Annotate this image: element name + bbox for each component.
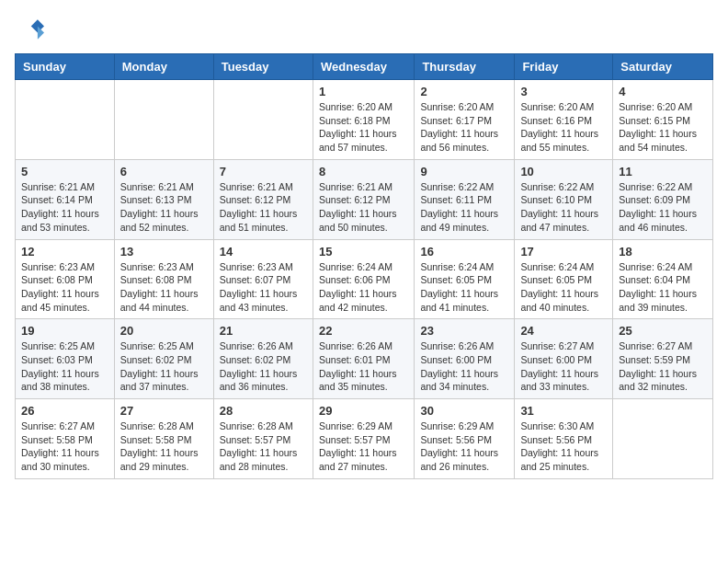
day-info: Sunrise: 6:21 AM Sunset: 6:12 PM Dayligh… <box>319 180 408 235</box>
day-number: 24 <box>520 324 607 338</box>
day-info: Sunrise: 6:22 AM Sunset: 6:09 PM Dayligh… <box>619 180 707 235</box>
day-info: Sunrise: 6:26 AM Sunset: 6:01 PM Dayligh… <box>319 339 408 394</box>
day-info: Sunrise: 6:28 AM Sunset: 5:58 PM Dayligh… <box>120 419 208 474</box>
calendar-cell: 24Sunrise: 6:27 AM Sunset: 6:00 PM Dayli… <box>515 319 613 399</box>
day-number: 28 <box>220 404 307 418</box>
calendar-week-row: 26Sunrise: 6:27 AM Sunset: 5:58 PM Dayli… <box>16 399 713 479</box>
weekday-header-row: SundayMondayTuesdayWednesdayThursdayFrid… <box>16 54 713 80</box>
calendar-cell: 23Sunrise: 6:26 AM Sunset: 6:00 PM Dayli… <box>415 319 515 399</box>
calendar-week-row: 5Sunrise: 6:21 AM Sunset: 6:14 PM Daylig… <box>16 159 713 239</box>
day-number: 30 <box>420 404 508 418</box>
day-info: Sunrise: 6:24 AM Sunset: 6:05 PM Dayligh… <box>420 260 508 315</box>
day-info: Sunrise: 6:23 AM Sunset: 6:08 PM Dayligh… <box>120 260 208 315</box>
calendar-cell: 14Sunrise: 6:23 AM Sunset: 6:07 PM Dayli… <box>213 239 313 319</box>
calendar-cell: 29Sunrise: 6:29 AM Sunset: 5:57 PM Dayli… <box>313 399 414 479</box>
day-info: Sunrise: 6:21 AM Sunset: 6:13 PM Dayligh… <box>120 180 208 235</box>
day-info: Sunrise: 6:27 AM Sunset: 5:58 PM Dayligh… <box>21 419 108 474</box>
calendar-cell: 7Sunrise: 6:21 AM Sunset: 6:12 PM Daylig… <box>213 159 313 239</box>
day-info: Sunrise: 6:29 AM Sunset: 5:57 PM Dayligh… <box>319 419 408 474</box>
day-number: 10 <box>520 165 607 178</box>
weekday-header-wednesday: Wednesday <box>313 54 414 80</box>
day-number: 11 <box>619 165 707 178</box>
day-number: 29 <box>319 404 408 418</box>
day-number: 22 <box>319 324 408 338</box>
day-number: 19 <box>21 324 108 338</box>
calendar-cell: 28Sunrise: 6:28 AM Sunset: 5:57 PM Dayli… <box>213 399 313 479</box>
calendar-cell: 18Sunrise: 6:24 AM Sunset: 6:04 PM Dayli… <box>613 239 713 319</box>
calendar-cell: 19Sunrise: 6:25 AM Sunset: 6:03 PM Dayli… <box>16 319 115 399</box>
day-info: Sunrise: 6:22 AM Sunset: 6:10 PM Dayligh… <box>520 180 607 235</box>
day-number: 3 <box>520 85 607 98</box>
calendar-cell: 22Sunrise: 6:26 AM Sunset: 6:01 PM Dayli… <box>313 319 414 399</box>
calendar-week-row: 1Sunrise: 6:20 AM Sunset: 6:18 PM Daylig… <box>16 80 713 160</box>
logo-icon <box>15 15 44 44</box>
day-info: Sunrise: 6:25 AM Sunset: 6:03 PM Dayligh… <box>21 339 108 394</box>
day-number: 4 <box>619 85 707 98</box>
day-info: Sunrise: 6:29 AM Sunset: 5:56 PM Dayligh… <box>420 419 508 474</box>
day-number: 9 <box>420 165 508 178</box>
calendar-cell <box>114 80 213 160</box>
calendar-cell: 17Sunrise: 6:24 AM Sunset: 6:05 PM Dayli… <box>515 239 613 319</box>
day-info: Sunrise: 6:24 AM Sunset: 6:04 PM Dayligh… <box>619 260 707 315</box>
day-number: 31 <box>520 404 607 418</box>
day-number: 8 <box>319 165 408 178</box>
day-number: 27 <box>120 404 208 418</box>
day-number: 25 <box>619 324 707 338</box>
calendar-cell: 21Sunrise: 6:26 AM Sunset: 6:02 PM Dayli… <box>213 319 313 399</box>
logo <box>15 15 48 44</box>
calendar-table: SundayMondayTuesdayWednesdayThursdayFrid… <box>15 53 713 479</box>
day-info: Sunrise: 6:23 AM Sunset: 6:08 PM Dayligh… <box>21 260 108 315</box>
calendar-week-row: 19Sunrise: 6:25 AM Sunset: 6:03 PM Dayli… <box>16 319 713 399</box>
day-info: Sunrise: 6:23 AM Sunset: 6:07 PM Dayligh… <box>220 260 307 315</box>
day-number: 16 <box>420 245 508 259</box>
calendar-cell: 12Sunrise: 6:23 AM Sunset: 6:08 PM Dayli… <box>16 239 115 319</box>
calendar-cell: 27Sunrise: 6:28 AM Sunset: 5:58 PM Dayli… <box>114 399 213 479</box>
day-number: 7 <box>220 165 307 178</box>
day-number: 6 <box>120 165 208 178</box>
day-number: 2 <box>420 85 508 98</box>
calendar-cell <box>613 399 713 479</box>
day-info: Sunrise: 6:27 AM Sunset: 5:59 PM Dayligh… <box>619 339 707 394</box>
day-info: Sunrise: 6:27 AM Sunset: 6:00 PM Dayligh… <box>520 339 607 394</box>
calendar-cell: 1Sunrise: 6:20 AM Sunset: 6:18 PM Daylig… <box>313 80 414 160</box>
calendar-cell: 8Sunrise: 6:21 AM Sunset: 6:12 PM Daylig… <box>313 159 414 239</box>
day-number: 5 <box>21 165 108 178</box>
day-number: 12 <box>21 245 108 259</box>
weekday-header-tuesday: Tuesday <box>213 54 313 80</box>
day-info: Sunrise: 6:30 AM Sunset: 5:56 PM Dayligh… <box>520 419 607 474</box>
day-number: 23 <box>420 324 508 338</box>
day-info: Sunrise: 6:20 AM Sunset: 6:16 PM Dayligh… <box>520 100 607 155</box>
calendar-cell: 30Sunrise: 6:29 AM Sunset: 5:56 PM Dayli… <box>415 399 515 479</box>
day-number: 13 <box>120 245 208 259</box>
weekday-header-friday: Friday <box>515 54 613 80</box>
calendar-cell: 31Sunrise: 6:30 AM Sunset: 5:56 PM Dayli… <box>515 399 613 479</box>
day-number: 17 <box>520 245 607 259</box>
day-info: Sunrise: 6:20 AM Sunset: 6:18 PM Dayligh… <box>319 100 408 155</box>
calendar-cell: 10Sunrise: 6:22 AM Sunset: 6:10 PM Dayli… <box>515 159 613 239</box>
day-info: Sunrise: 6:26 AM Sunset: 6:00 PM Dayligh… <box>420 339 508 394</box>
day-number: 21 <box>220 324 307 338</box>
calendar-cell: 5Sunrise: 6:21 AM Sunset: 6:14 PM Daylig… <box>16 159 115 239</box>
day-info: Sunrise: 6:20 AM Sunset: 6:17 PM Dayligh… <box>420 100 508 155</box>
weekday-header-thursday: Thursday <box>415 54 515 80</box>
calendar-cell: 15Sunrise: 6:24 AM Sunset: 6:06 PM Dayli… <box>313 239 414 319</box>
calendar-cell: 6Sunrise: 6:21 AM Sunset: 6:13 PM Daylig… <box>114 159 213 239</box>
calendar-cell: 2Sunrise: 6:20 AM Sunset: 6:17 PM Daylig… <box>415 80 515 160</box>
page-header <box>15 15 713 44</box>
calendar-cell: 11Sunrise: 6:22 AM Sunset: 6:09 PM Dayli… <box>613 159 713 239</box>
day-info: Sunrise: 6:20 AM Sunset: 6:15 PM Dayligh… <box>619 100 707 155</box>
calendar-cell: 13Sunrise: 6:23 AM Sunset: 6:08 PM Dayli… <box>114 239 213 319</box>
calendar-cell <box>16 80 115 160</box>
calendar-cell: 26Sunrise: 6:27 AM Sunset: 5:58 PM Dayli… <box>16 399 115 479</box>
calendar-cell: 16Sunrise: 6:24 AM Sunset: 6:05 PM Dayli… <box>415 239 515 319</box>
day-number: 26 <box>21 404 108 418</box>
calendar-week-row: 12Sunrise: 6:23 AM Sunset: 6:08 PM Dayli… <box>16 239 713 319</box>
day-info: Sunrise: 6:24 AM Sunset: 6:06 PM Dayligh… <box>319 260 408 315</box>
day-info: Sunrise: 6:21 AM Sunset: 6:12 PM Dayligh… <box>220 180 307 235</box>
calendar-cell <box>213 80 313 160</box>
calendar-cell: 3Sunrise: 6:20 AM Sunset: 6:16 PM Daylig… <box>515 80 613 160</box>
day-number: 20 <box>120 324 208 338</box>
day-number: 18 <box>619 245 707 259</box>
day-info: Sunrise: 6:26 AM Sunset: 6:02 PM Dayligh… <box>220 339 307 394</box>
day-number: 15 <box>319 245 408 259</box>
